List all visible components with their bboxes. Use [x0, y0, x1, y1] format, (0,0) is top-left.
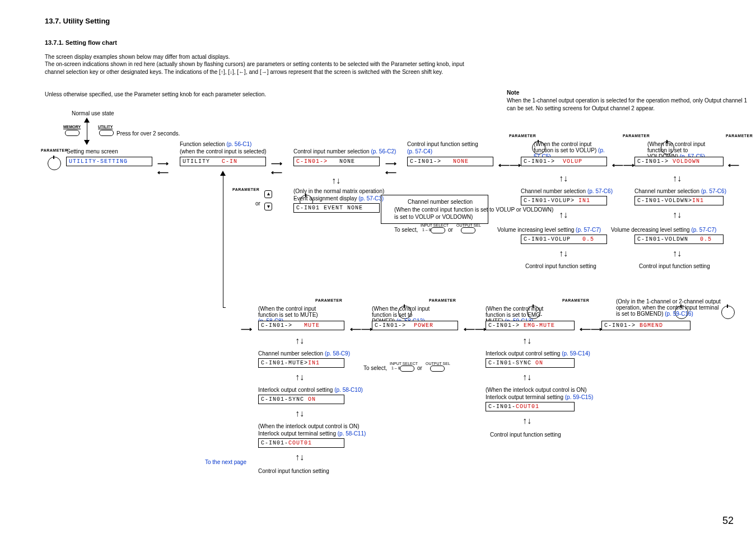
output-sel-button-icon: [461, 227, 475, 233]
screen-volup-05: C-IN01-VOLUP 0.5: [521, 235, 607, 244]
label-parameter: PARAMETER: [726, 134, 753, 138]
arrows-v-icon: ↑↓: [522, 416, 531, 426]
label-utility: UTILITY: [98, 125, 113, 129]
screen-voldwn-05: C-IN01-VOLDWN 0.5: [634, 235, 724, 244]
arrows-v-icon: ↑↓: [673, 249, 682, 259]
label-chnum-sel: Channel number selection (p. 57-C6): [521, 188, 613, 194]
arrows-v-icon: ↑↓: [673, 174, 682, 184]
label-interlock-when: (When the interlock output control is ON…: [486, 387, 587, 393]
utility-button-icon: [99, 130, 114, 136]
label-interlock-out: Interlock output control setting (p. 59-…: [486, 350, 590, 357]
label-voldown-lvl: Volume decreasing level setting (p. 57-C…: [611, 227, 716, 233]
screen-cin01-volup: C-IN01-> VOLUP: [521, 157, 607, 166]
label-parameter: PARAMETER: [429, 298, 456, 302]
knob-icon: [721, 306, 735, 319]
flow-line: [87, 123, 87, 132]
label-normal-use: Normal use state: [72, 110, 114, 116]
arrows-icon: ⟶⟵: [157, 159, 169, 177]
label-func-sel-when: (when the control input is selected): [180, 148, 267, 154]
label-to-select: To select,: [394, 227, 418, 233]
arrows-v-icon: ↑↓: [295, 452, 304, 462]
arrows-icon: ⟵⟶: [464, 325, 486, 334]
section-subtitle: 13.7.1. Setting flow chart: [45, 39, 117, 46]
screen-mute-in1: C-IN01-MUTE>IN1: [258, 358, 344, 368]
label-cin-func: Control input function setting: [525, 263, 596, 269]
label-1-8: 1 – 8: [422, 228, 431, 232]
note-body: When the 1-channel output operation is s…: [507, 97, 748, 112]
output-sel-button-icon: [430, 366, 445, 372]
label-parameter: PARAMETER: [509, 134, 536, 138]
label-interlock-term: Interlock output terminal setting (p. 58…: [258, 430, 366, 437]
label-input-select: INPUT SELECT: [390, 362, 418, 366]
label-cin-num-sel: Control input number selection (p. 56-C2…: [293, 148, 396, 154]
triangle-up-icon: [84, 118, 90, 123]
label-parameter: PARAMETER: [623, 134, 650, 138]
arrows-v-icon: ↑↓: [673, 210, 682, 220]
label-cin-func: Control input function setting: [490, 432, 561, 438]
screen-cout01-2: C-IN01-COUT01: [486, 402, 575, 411]
screen-utility-cin: UTILITY C-IN: [180, 157, 266, 166]
arrows-icon: ⟵⟶: [580, 325, 602, 334]
label-cin-func-ref: (p. 57-C4): [407, 148, 432, 154]
label-parameter: PARAMETER: [41, 148, 68, 152]
intro-paragraph-1: The screen display examples shown below …: [45, 53, 470, 61]
arrows-icon: ⟵⟶: [350, 325, 372, 334]
label-to-select: To select,: [363, 365, 387, 371]
label-setting-menu: Setting menu screen: [67, 148, 118, 154]
arrows-v-icon: ↑↓: [295, 336, 304, 346]
up-button-icon: ▴: [264, 190, 272, 198]
input-select-button-icon: [400, 366, 414, 372]
screen-sync-on-2: C-IN01-SYNC ON: [486, 358, 575, 368]
triangle-down-icon: [84, 140, 90, 145]
arrows-icon: ⟵⟶: [498, 161, 521, 170]
screen-event-none: C-IN01 EVENT NONE: [293, 203, 380, 213]
intro-paragraph-3: Unless otherwise specified, use the Para…: [45, 91, 266, 97]
arrows-v-icon: ↑↓: [522, 336, 531, 346]
arrows-v-icon: ↑↓: [332, 176, 340, 186]
arrow-left-icon: ⟵: [728, 161, 739, 170]
intro-paragraph-2: The on-screen indications shown in red h…: [45, 60, 470, 76]
chnum-box: [381, 195, 488, 224]
label-output-sel: OUTPUT SEL: [426, 362, 450, 366]
section-title: 13.7. Utility Setting: [45, 17, 110, 25]
memory-button-icon: [65, 130, 80, 136]
label-cin-func: Control input function setting: [407, 141, 478, 147]
screen-voldwn-in1: C-IN01-VOLDWN>IN1: [634, 196, 724, 205]
label-volup-lvl: Volume increasing level setting (p. 57-C…: [497, 227, 601, 233]
arrow-right-icon: ⟶: [241, 325, 252, 334]
screen-cin01-voldown: C-IN01-> VOLDOWN: [634, 157, 724, 166]
label-cin-func: Control input function setting: [258, 468, 329, 474]
label-to-next-page: To the next page: [205, 459, 246, 465]
arrows-v-icon: ↑↓: [295, 372, 304, 382]
label-interlock-out: Interlock output control setting (p. 58-…: [258, 387, 363, 393]
label-parameter: PARAMETER: [562, 298, 589, 302]
screen-utility-setting: UTILITY-SETTING: [66, 157, 152, 166]
label-interlock-when: (When the interlock output control is ON…: [258, 423, 360, 429]
screen-cin01-power: C-IN01-> POWER: [372, 321, 458, 330]
label-event-disp: Event assignment display (p. 57-C3): [293, 195, 384, 202]
label-parameter: PARAMETER: [232, 188, 259, 191]
triangle-up-icon: [220, 171, 226, 176]
arrows-v-icon: ↑↓: [295, 409, 304, 419]
input-select-button-icon: [431, 227, 445, 233]
screen-cin01-none-2: C-IN01-> NONE: [407, 157, 493, 166]
arrows-v-icon: ↑↓: [522, 372, 531, 382]
arrows-icon: ⟶⟵: [385, 159, 396, 177]
label-chnum-sel: Channel number selection (p. 58-C9): [258, 350, 350, 357]
arrows-v-icon: ↑↓: [559, 249, 568, 259]
arrows-v-icon: ↑↓: [559, 174, 568, 184]
screen-cin01-emgmute: C-IN01-> EMG-MUTE: [486, 321, 575, 330]
screen-cin01-mute: C-IN01-> MUTE: [258, 321, 344, 330]
note-title: Note: [507, 90, 519, 96]
label-cin-func: Control input function setting: [639, 263, 710, 269]
screen-sync-on: C-IN01-SYNC ON: [258, 395, 344, 404]
label-parameter: PARAMETER: [315, 298, 342, 302]
label-interlock-term: Interlock output terminal setting (p. 59…: [486, 394, 593, 400]
down-button-icon: ▾: [264, 203, 272, 210]
flow-line: [87, 132, 87, 140]
label-or: or: [255, 200, 260, 207]
arrows-icon: ⟶⟵: [271, 159, 282, 177]
label-output-sel: OUTPUT SEL: [456, 223, 481, 227]
label-or: or: [417, 365, 422, 371]
arrows-v-icon: ↑↓: [559, 210, 568, 220]
